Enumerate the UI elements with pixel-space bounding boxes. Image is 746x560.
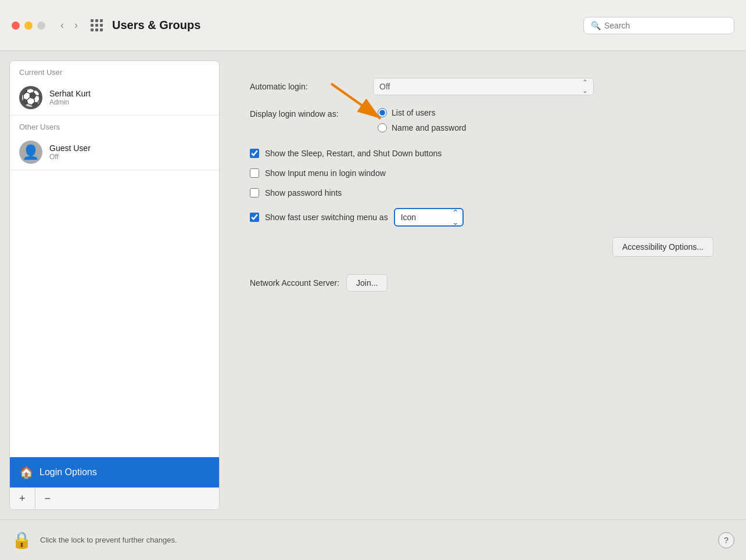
user-name-serhat: Serhat Kurt — [49, 89, 91, 98]
lock-text: Click the lock to prevent further change… — [40, 536, 710, 544]
user-role-guest: Off — [49, 153, 91, 161]
user-info-guest: Guest User Off — [49, 143, 91, 161]
login-options-button[interactable]: 🏠 Login Options — [10, 457, 219, 487]
join-button[interactable]: Join... — [346, 274, 388, 292]
other-users-label: Other Users — [10, 116, 219, 135]
checkbox-sleep-restart: Show the Sleep, Restart, and Shut Down b… — [250, 149, 713, 158]
back-button[interactable]: ‹ — [57, 17, 67, 34]
radio-group-display-login: List of users Name and password — [378, 108, 466, 132]
sidebar: Current User ⚽ Serhat Kurt Admin Other U… — [9, 60, 220, 510]
fast-switching-row: Show fast user switching menu as Icon Na… — [250, 208, 713, 227]
fast-switching-label: Show fast user switching menu as — [265, 213, 388, 222]
help-button[interactable]: ? — [718, 532, 734, 548]
automatic-login-row: Automatic login: Off ⌃⌄ — [250, 78, 713, 95]
radio-list-of-users[interactable]: List of users — [378, 108, 466, 117]
radio-label-list-of-users: List of users — [392, 108, 435, 117]
radio-name-and-password[interactable]: Name and password — [378, 123, 466, 132]
guest-icon: 👤 — [22, 144, 40, 160]
fast-switching-select[interactable]: Icon Name Short Name — [394, 208, 464, 227]
nav-arrows: ‹ › — [57, 17, 81, 34]
automatic-login-label: Automatic login: — [250, 82, 366, 91]
right-panel: Automatic login: Off ⌃⌄ Display login wi… — [227, 60, 737, 510]
current-user-label: Current User — [10, 61, 219, 80]
window-controls — [12, 21, 45, 30]
user-name-guest: Guest User — [49, 143, 91, 153]
sidebar-item-serhat-kurt[interactable]: ⚽ Serhat Kurt Admin — [10, 80, 219, 116]
user-info-serhat: Serhat Kurt Admin — [49, 89, 91, 106]
home-icon: 🏠 — [19, 465, 34, 479]
avatar-guest: 👤 — [19, 141, 42, 164]
checkbox-label-input-menu: Show Input menu in login window — [265, 168, 386, 178]
display-login-label: Display login window as: — [250, 108, 372, 119]
titlebar: ‹ › Users & Groups 🔍 — [0, 0, 746, 51]
minimize-button[interactable] — [24, 21, 33, 30]
fast-switching-dropdown-wrapper[interactable]: Icon Name Short Name ⌃⌄ — [394, 208, 464, 227]
forward-button[interactable]: › — [71, 17, 81, 34]
automatic-login-select[interactable]: Off — [373, 78, 594, 95]
maximize-button[interactable] — [37, 21, 45, 30]
add-user-button[interactable]: + — [10, 488, 35, 509]
display-login-section: Display login window as: List of users N… — [250, 108, 713, 132]
radio-input-list-of-users[interactable] — [378, 108, 387, 117]
sidebar-item-guest[interactable]: 👤 Guest User Off — [10, 135, 219, 170]
network-account-server-label: Network Account Server: — [250, 278, 339, 288]
search-box[interactable]: 🔍 — [583, 17, 734, 34]
checkbox-password-hints: Show password hints — [250, 188, 713, 198]
user-role-serhat: Admin — [49, 98, 91, 106]
radio-input-name-and-password[interactable] — [378, 123, 387, 132]
network-account-server-row: Network Account Server: Join... — [250, 274, 713, 292]
remove-user-button[interactable]: − — [35, 488, 60, 509]
search-icon: 🔍 — [591, 21, 601, 30]
sidebar-bottom: + − — [10, 487, 219, 509]
bottom-bar: 🔒 Click the lock to prevent further chan… — [0, 519, 746, 560]
checkbox-input-fast-switching[interactable] — [250, 213, 259, 222]
lock-icon: 🔒 — [12, 530, 32, 550]
main-content: Current User ⚽ Serhat Kurt Admin Other U… — [0, 51, 746, 519]
close-button[interactable] — [12, 21, 20, 30]
automatic-login-dropdown-wrapper[interactable]: Off ⌃⌄ — [373, 78, 594, 95]
radio-label-name-and-password: Name and password — [392, 123, 466, 132]
accessibility-options-button[interactable]: Accessibility Options... — [612, 237, 713, 257]
checkbox-input-password-hints[interactable] — [250, 188, 259, 198]
checkbox-input-menu: Show Input menu in login window — [250, 168, 713, 178]
avatar-serhat: ⚽ — [19, 86, 42, 109]
grid-icon[interactable] — [91, 19, 103, 31]
page-title: Users & Groups — [112, 19, 583, 32]
checkbox-input-sleep-restart[interactable] — [250, 149, 259, 158]
login-options-label: Login Options — [40, 467, 97, 478]
checkbox-label-password-hints: Show password hints — [265, 188, 342, 198]
checkbox-label-sleep-restart: Show the Sleep, Restart, and Shut Down b… — [265, 149, 442, 158]
search-input[interactable] — [604, 21, 727, 30]
checkbox-input-input-menu[interactable] — [250, 168, 259, 178]
soccer-icon: ⚽ — [21, 88, 41, 107]
